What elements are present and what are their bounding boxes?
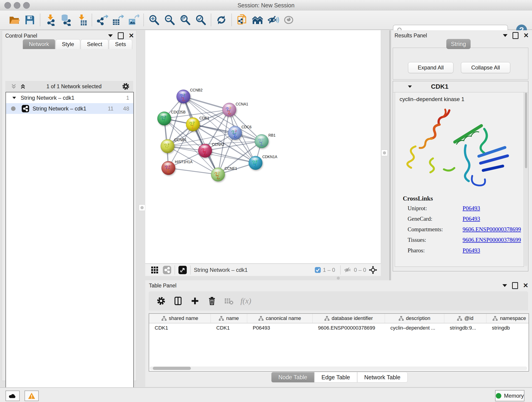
table-options-gear-icon[interactable] xyxy=(155,294,167,307)
column-header-shared-name[interactable]: shared name xyxy=(149,314,211,323)
tab-edge-table[interactable]: Edge Table xyxy=(314,372,357,383)
table-panel-menu-icon[interactable] xyxy=(502,284,507,287)
collection-expand-icon[interactable] xyxy=(12,97,16,99)
hidden-eye-slash-icon[interactable] xyxy=(344,267,352,274)
table-hscrollbar[interactable] xyxy=(150,366,527,370)
table-cell[interactable]: cyclin–dependent ... xyxy=(385,323,444,332)
expand-all-networks-icon[interactable] xyxy=(19,83,26,90)
network-node-cdc25b xyxy=(157,112,171,125)
export-image-icon[interactable] xyxy=(127,13,140,27)
table-cell[interactable]: CDK1 xyxy=(149,323,211,332)
show-columns-icon[interactable] xyxy=(172,294,184,307)
network-row[interactable]: String Network – cdk1 11 48 xyxy=(6,103,133,114)
export-network-icon[interactable] xyxy=(95,13,109,27)
tab-network-table[interactable]: Network Table xyxy=(357,372,408,383)
right-splitter-handle[interactable] xyxy=(381,150,388,156)
node-label-ccne1: CCNE1 xyxy=(225,166,237,171)
zoom-fit-icon[interactable] xyxy=(178,13,192,27)
table-cell[interactable]: stringdb:9... xyxy=(444,323,486,332)
network-options-gear-icon[interactable] xyxy=(122,82,130,90)
column-header-database-identifier[interactable]: database identifier xyxy=(312,314,385,323)
import-network-icon[interactable] xyxy=(44,13,57,27)
crosslink-link[interactable]: P06493 xyxy=(462,205,480,211)
memory-button[interactable]: Memory xyxy=(495,390,525,401)
zoom-in-icon[interactable] xyxy=(147,13,161,27)
control-panel-float-icon[interactable] xyxy=(118,32,124,39)
tab-string[interactable]: String xyxy=(446,39,471,49)
left-splitter-handle[interactable] xyxy=(139,204,145,211)
export-table-icon[interactable] xyxy=(111,13,124,27)
table-cell[interactable]: 9606.ENSP00000378699 xyxy=(312,323,385,332)
crosslink-link[interactable]: P06493 xyxy=(462,247,480,254)
delete-table-icon[interactable] xyxy=(222,294,235,307)
birds-eye-grid-icon[interactable] xyxy=(151,266,158,274)
crosslink-link[interactable]: 9606.ENSP00000378699 xyxy=(462,237,521,243)
zoom-out-icon[interactable] xyxy=(163,13,176,27)
table-panel-title: Table Panel xyxy=(149,283,177,289)
expand-all-button[interactable]: Expand All xyxy=(408,62,453,73)
results-panel-close-icon[interactable]: ✕ xyxy=(524,32,529,39)
column-header-name[interactable]: name xyxy=(211,314,247,323)
open-in-window-icon[interactable] xyxy=(178,266,187,274)
crosslink-label: Compartments: xyxy=(408,226,443,232)
column-header-canonical-name[interactable]: canonical name xyxy=(247,314,312,323)
control-panel-menu-icon[interactable] xyxy=(108,34,113,37)
bottom-splitter-handle[interactable] xyxy=(335,276,341,280)
function-builder-icon[interactable]: f(x) xyxy=(239,294,252,307)
cloud-status-button[interactable] xyxy=(6,390,20,401)
save-session-icon[interactable] xyxy=(23,13,36,27)
table-panel-float-icon[interactable] xyxy=(512,282,518,289)
column-header--id[interactable]: @id xyxy=(444,314,486,323)
collapse-all-networks-icon[interactable] xyxy=(10,83,17,90)
node-table[interactable]: shared namenamecanonical namedatabase id… xyxy=(149,313,529,371)
add-column-icon[interactable] xyxy=(189,294,201,307)
memory-label: Memory xyxy=(504,393,524,399)
tab-node-table[interactable]: Node Table xyxy=(271,372,314,383)
duplicate-network-icon[interactable] xyxy=(235,13,249,27)
crosslink-link[interactable]: P06493 xyxy=(462,216,480,222)
results-panel-menu-icon[interactable] xyxy=(503,34,507,37)
open-session-icon[interactable] xyxy=(7,13,21,27)
network-type-share-icon[interactable] xyxy=(163,266,171,274)
import-table-icon[interactable] xyxy=(75,13,88,27)
string-network-graph[interactable]: CCNB2CCNA1CDC25BCDK1CDC6RB1CCNB1CCNA2CDK… xyxy=(145,30,381,263)
tab-network[interactable]: Network xyxy=(23,39,55,49)
fit-selected-crosshair-icon[interactable] xyxy=(368,265,378,274)
gene-collapse-icon[interactable] xyxy=(408,85,412,88)
node-label-rb1: RB1 xyxy=(268,133,276,137)
zoom-selected-icon[interactable] xyxy=(194,13,207,27)
crosslink-row: Uniprot:P06493 xyxy=(408,205,427,211)
results-panel-float-icon[interactable] xyxy=(513,32,519,39)
table-row[interactable]: CDK1CDK1P064939606.ENSP00000378699cyclin… xyxy=(149,323,529,332)
crosslink-label: GeneCard: xyxy=(408,216,432,222)
crosslink-link[interactable]: 9606.ENSP00000378699 xyxy=(462,226,521,233)
warning-status-button[interactable] xyxy=(25,390,39,401)
results-scrollbar[interactable] xyxy=(525,92,527,266)
refresh-view-icon[interactable] xyxy=(215,13,228,27)
show-all-icon[interactable] xyxy=(282,13,295,27)
first-neighbors-icon[interactable] xyxy=(251,13,264,27)
warning-icon xyxy=(28,392,36,399)
control-panel-title: Control Panel xyxy=(5,33,37,39)
tab-select[interactable]: Select xyxy=(81,39,108,49)
hidden-node-edge-counts: 0 – 0 xyxy=(354,267,366,273)
tab-style[interactable]: Style xyxy=(56,39,80,49)
hide-selected-icon[interactable] xyxy=(266,13,280,27)
control-panel-close-icon[interactable]: ✕ xyxy=(129,32,134,39)
column-header-description[interactable]: description xyxy=(385,314,444,323)
table-cell[interactable]: stringdb xyxy=(486,323,529,332)
collapse-all-button[interactable]: Collapse All xyxy=(461,62,510,73)
network-edge-count: 48 xyxy=(123,105,129,112)
network-node-cdkn1a xyxy=(249,156,262,170)
table-cell[interactable]: CDK1 xyxy=(211,323,247,332)
delete-column-icon[interactable] xyxy=(206,294,218,307)
network-canvas[interactable]: CCNB2CCNA1CDC25BCDK1CDC6RB1CCNB1CCNA2CDK… xyxy=(145,30,381,263)
selected-checkbox-icon[interactable] xyxy=(315,267,321,273)
network-collection-row[interactable]: String Network – cdk1 1 xyxy=(6,92,133,103)
tab-sets[interactable]: Sets xyxy=(109,39,132,49)
import-network-from-database-icon[interactable] xyxy=(59,13,73,27)
table-panel-close-icon[interactable]: ✕ xyxy=(523,282,528,289)
column-header-namespace[interactable]: namespace xyxy=(486,314,529,323)
crosslink-row: Compartments:9606.ENSP00000378699 xyxy=(408,226,443,233)
table-cell[interactable]: P06493 xyxy=(247,323,312,332)
